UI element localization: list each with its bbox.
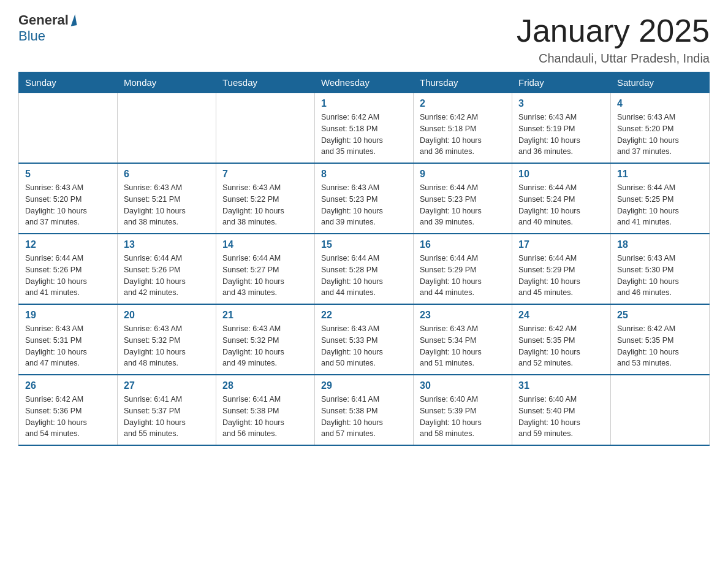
day-info: Sunrise: 6:41 AM Sunset: 5:38 PM Dayligh… <box>222 394 308 440</box>
day-number: 14 <box>222 239 308 250</box>
day-number: 25 <box>617 310 703 321</box>
day-info: Sunrise: 6:43 AM Sunset: 5:23 PM Dayligh… <box>321 182 407 228</box>
day-number: 29 <box>321 380 407 391</box>
calendar-cell <box>216 93 315 164</box>
day-number: 26 <box>25 380 111 391</box>
day-number: 30 <box>420 380 506 391</box>
day-info: Sunrise: 6:43 AM Sunset: 5:34 PM Dayligh… <box>420 323 506 369</box>
calendar-cell <box>19 93 118 164</box>
day-info: Sunrise: 6:44 AM Sunset: 5:29 PM Dayligh… <box>420 253 506 299</box>
day-info: Sunrise: 6:40 AM Sunset: 5:40 PM Dayligh… <box>518 394 604 440</box>
calendar-cell: 15Sunrise: 6:44 AM Sunset: 5:28 PM Dayli… <box>315 234 414 304</box>
day-info: Sunrise: 6:44 AM Sunset: 5:25 PM Dayligh… <box>617 182 703 228</box>
day-number: 16 <box>420 239 506 250</box>
calendar-cell: 17Sunrise: 6:44 AM Sunset: 5:29 PM Dayli… <box>512 234 611 304</box>
calendar-cell: 22Sunrise: 6:43 AM Sunset: 5:33 PM Dayli… <box>315 304 414 375</box>
day-info: Sunrise: 6:44 AM Sunset: 5:24 PM Dayligh… <box>518 182 604 228</box>
day-info: Sunrise: 6:43 AM Sunset: 5:32 PM Dayligh… <box>222 323 308 369</box>
calendar-cell: 4Sunrise: 6:43 AM Sunset: 5:20 PM Daylig… <box>611 93 710 164</box>
day-number: 9 <box>420 169 506 180</box>
calendar-cell: 5Sunrise: 6:43 AM Sunset: 5:20 PM Daylig… <box>19 163 118 234</box>
weekday-header-tuesday: Tuesday <box>216 72 315 93</box>
calendar-week-1: 1Sunrise: 6:42 AM Sunset: 5:18 PM Daylig… <box>19 93 710 164</box>
logo-triangle-icon <box>69 14 77 26</box>
calendar-cell: 26Sunrise: 6:42 AM Sunset: 5:36 PM Dayli… <box>19 375 118 445</box>
weekday-header-thursday: Thursday <box>414 72 512 93</box>
calendar-cell: 28Sunrise: 6:41 AM Sunset: 5:38 PM Dayli… <box>216 375 315 445</box>
day-info: Sunrise: 6:43 AM Sunset: 5:21 PM Dayligh… <box>124 182 210 228</box>
day-number: 24 <box>518 310 604 321</box>
day-number: 19 <box>25 310 111 321</box>
calendar-cell: 19Sunrise: 6:43 AM Sunset: 5:31 PM Dayli… <box>19 304 118 375</box>
calendar-week-5: 26Sunrise: 6:42 AM Sunset: 5:36 PM Dayli… <box>19 375 710 445</box>
calendar-cell: 10Sunrise: 6:44 AM Sunset: 5:24 PM Dayli… <box>512 163 611 234</box>
calendar-cell: 27Sunrise: 6:41 AM Sunset: 5:37 PM Dayli… <box>118 375 216 445</box>
calendar-cell: 29Sunrise: 6:41 AM Sunset: 5:38 PM Dayli… <box>315 375 414 445</box>
day-info: Sunrise: 6:42 AM Sunset: 5:18 PM Dayligh… <box>321 112 407 158</box>
calendar-cell: 6Sunrise: 6:43 AM Sunset: 5:21 PM Daylig… <box>118 163 216 234</box>
calendar-cell: 13Sunrise: 6:44 AM Sunset: 5:26 PM Dayli… <box>118 234 216 304</box>
day-number: 21 <box>222 310 308 321</box>
calendar-cell: 2Sunrise: 6:42 AM Sunset: 5:18 PM Daylig… <box>414 93 512 164</box>
day-number: 20 <box>124 310 210 321</box>
logo-blue-text: Blue <box>18 28 45 44</box>
month-title: January 2025 <box>517 12 710 49</box>
day-info: Sunrise: 6:44 AM Sunset: 5:27 PM Dayligh… <box>222 253 308 299</box>
calendar-cell: 14Sunrise: 6:44 AM Sunset: 5:27 PM Dayli… <box>216 234 315 304</box>
calendar-cell: 25Sunrise: 6:42 AM Sunset: 5:35 PM Dayli… <box>611 304 710 375</box>
day-info: Sunrise: 6:42 AM Sunset: 5:35 PM Dayligh… <box>518 323 604 369</box>
day-info: Sunrise: 6:43 AM Sunset: 5:19 PM Dayligh… <box>518 112 604 158</box>
day-number: 2 <box>420 98 506 109</box>
calendar-week-3: 12Sunrise: 6:44 AM Sunset: 5:26 PM Dayli… <box>19 234 710 304</box>
day-number: 28 <box>222 380 308 391</box>
logo-general-text: General <box>18 12 69 28</box>
calendar-week-4: 19Sunrise: 6:43 AM Sunset: 5:31 PM Dayli… <box>19 304 710 375</box>
day-number: 1 <box>321 98 407 109</box>
weekday-header-friday: Friday <box>512 72 611 93</box>
day-number: 27 <box>124 380 210 391</box>
day-number: 8 <box>321 169 407 180</box>
day-number: 5 <box>25 169 111 180</box>
location-title: Chandauli, Uttar Pradesh, India <box>517 52 710 66</box>
day-number: 12 <box>25 239 111 250</box>
calendar-body: 1Sunrise: 6:42 AM Sunset: 5:18 PM Daylig… <box>19 93 710 446</box>
day-number: 3 <box>518 98 604 109</box>
weekday-header-sunday: Sunday <box>19 72 118 93</box>
logo: General Blue <box>18 12 77 44</box>
day-info: Sunrise: 6:41 AM Sunset: 5:38 PM Dayligh… <box>321 394 407 440</box>
day-number: 15 <box>321 239 407 250</box>
calendar-cell <box>118 93 216 164</box>
calendar-cell: 31Sunrise: 6:40 AM Sunset: 5:40 PM Dayli… <box>512 375 611 445</box>
calendar-cell: 30Sunrise: 6:40 AM Sunset: 5:39 PM Dayli… <box>414 375 512 445</box>
calendar-cell: 12Sunrise: 6:44 AM Sunset: 5:26 PM Dayli… <box>19 234 118 304</box>
calendar-cell: 11Sunrise: 6:44 AM Sunset: 5:25 PM Dayli… <box>611 163 710 234</box>
day-info: Sunrise: 6:40 AM Sunset: 5:39 PM Dayligh… <box>420 394 506 440</box>
calendar-week-2: 5Sunrise: 6:43 AM Sunset: 5:20 PM Daylig… <box>19 163 710 234</box>
calendar-cell: 1Sunrise: 6:42 AM Sunset: 5:18 PM Daylig… <box>315 93 414 164</box>
day-info: Sunrise: 6:42 AM Sunset: 5:35 PM Dayligh… <box>617 323 703 369</box>
calendar-cell <box>611 375 710 445</box>
title-section: January 2025 Chandauli, Uttar Pradesh, I… <box>517 12 710 66</box>
day-number: 4 <box>617 98 703 109</box>
day-number: 10 <box>518 169 604 180</box>
calendar-cell: 20Sunrise: 6:43 AM Sunset: 5:32 PM Dayli… <box>118 304 216 375</box>
day-number: 17 <box>518 239 604 250</box>
day-info: Sunrise: 6:44 AM Sunset: 5:26 PM Dayligh… <box>124 253 210 299</box>
day-info: Sunrise: 6:43 AM Sunset: 5:32 PM Dayligh… <box>124 323 210 369</box>
day-info: Sunrise: 6:44 AM Sunset: 5:28 PM Dayligh… <box>321 253 407 299</box>
calendar-cell: 21Sunrise: 6:43 AM Sunset: 5:32 PM Dayli… <box>216 304 315 375</box>
calendar-cell: 9Sunrise: 6:44 AM Sunset: 5:23 PM Daylig… <box>414 163 512 234</box>
day-number: 22 <box>321 310 407 321</box>
day-info: Sunrise: 6:43 AM Sunset: 5:22 PM Dayligh… <box>222 182 308 228</box>
day-number: 18 <box>617 239 703 250</box>
weekday-header-wednesday: Wednesday <box>315 72 414 93</box>
calendar-table: SundayMondayTuesdayWednesdayThursdayFrid… <box>18 72 710 446</box>
calendar-cell: 16Sunrise: 6:44 AM Sunset: 5:29 PM Dayli… <box>414 234 512 304</box>
calendar-cell: 18Sunrise: 6:43 AM Sunset: 5:30 PM Dayli… <box>611 234 710 304</box>
day-number: 13 <box>124 239 210 250</box>
calendar-header: SundayMondayTuesdayWednesdayThursdayFrid… <box>19 72 710 93</box>
day-info: Sunrise: 6:44 AM Sunset: 5:23 PM Dayligh… <box>420 182 506 228</box>
day-info: Sunrise: 6:43 AM Sunset: 5:31 PM Dayligh… <box>25 323 111 369</box>
day-info: Sunrise: 6:44 AM Sunset: 5:29 PM Dayligh… <box>518 253 604 299</box>
calendar-cell: 8Sunrise: 6:43 AM Sunset: 5:23 PM Daylig… <box>315 163 414 234</box>
